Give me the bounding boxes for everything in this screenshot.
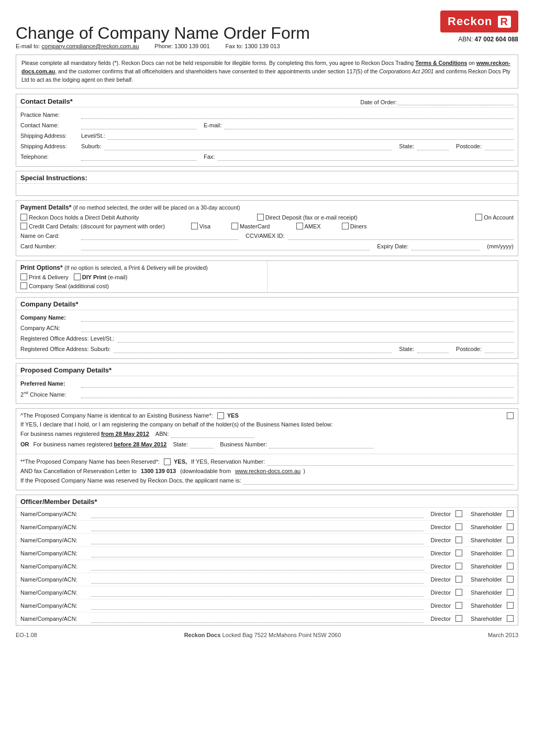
officer-name-input[interactable] [92,523,424,531]
officer-shareholder-checkbox[interactable] [507,589,514,596]
or-label: OR [20,441,29,447]
officer-director-checkbox[interactable] [455,523,462,530]
fax-input[interactable] [218,152,514,161]
postcode-input[interactable] [485,142,514,150]
credit-card-checkbox[interactable]: Credit Card Details: (discount for payme… [20,223,165,229]
officer-shareholder-label: Shareholder [471,576,502,583]
name-on-card-input[interactable] [81,232,238,240]
officer-name-label: Name/Company/ACN: [20,511,88,517]
contact-name-input[interactable] [81,121,196,129]
officer-director-label: Director [431,563,451,569]
choice2-name-input[interactable] [81,390,514,398]
direct-debit-checkbox[interactable]: Reckon Docs holds a Direct Debit Authori… [20,214,139,221]
officer-shareholder-label: Shareholder [471,550,502,556]
officer-details-title: Officer/Member Details* [20,498,97,506]
diy-print-checkbox[interactable]: DIY Print (e-mail) [74,273,128,280]
card-number-input[interactable] [81,242,370,250]
biz-number-input[interactable] [269,440,374,448]
officer-shareholder-checkbox[interactable] [507,602,514,609]
officer-director-checkbox[interactable] [455,576,462,583]
shipping-level-input[interactable] [108,132,514,140]
email-input[interactable] [225,121,514,129]
officer-name-input[interactable] [92,536,424,544]
footer-left: EO-1.08 [16,632,37,638]
print-delivery-checkbox[interactable]: Print & Delivery [20,273,69,280]
officer-row: Name/Company/ACN: Director Shareholder [16,586,518,599]
checkbox-right[interactable] [507,412,514,419]
visa-checkbox[interactable]: Visa [191,223,210,229]
officer-name-input[interactable] [92,562,424,571]
email-link[interactable]: company.compliance@reckon.com.au [42,43,139,49]
yes-checkbox-reserved[interactable] [164,458,171,465]
company-seal-checkbox[interactable]: Company Seal (additional cost) [20,282,263,289]
officer-shareholder-checkbox[interactable] [507,536,514,543]
preferred-name-label: Preferred Name: [20,380,78,387]
abn-input-biz[interactable] [171,430,254,438]
diners-checkbox[interactable]: Diners [342,223,367,229]
officer-shareholder-checkbox[interactable] [507,576,514,583]
state-label: State: [399,143,414,149]
company-name-input[interactable] [81,313,514,322]
fax-label: Fax: [204,154,215,160]
abn: ABN: 47 002 604 088 [458,36,518,43]
reservation-number-input[interactable] [267,457,514,466]
officer-director-checkbox[interactable] [455,602,462,609]
state-input-biz[interactable] [190,440,214,448]
on-account-checkbox[interactable]: On Account [475,214,514,221]
officer-director-checkbox[interactable] [455,589,462,596]
card-number-label: Card Number: [20,243,78,249]
state-input[interactable] [417,142,449,150]
yes-checkbox-identical[interactable] [217,412,224,419]
and-text: AND fax Cancellation of Reservation Lett… [20,468,137,474]
officer-shareholder-checkbox[interactable] [507,523,514,530]
officer-name-input[interactable] [92,601,424,610]
mastercard-checkbox[interactable]: MasterCard [231,223,270,229]
officer-name-input[interactable] [92,615,424,623]
officer-shareholder-checkbox[interactable] [507,550,514,556]
reg-office-level-label: Registered Office Address: Level/St.: [20,335,115,342]
practice-name-input[interactable] [81,111,514,119]
shipping-address-label: Shipping Address: [20,133,78,139]
officer-director-checkbox[interactable] [455,563,462,569]
special-instructions-section: Special Instructions: [16,171,518,196]
officer-director-label: Director [431,589,451,596]
company-acn-label: Company ACN: [20,325,78,331]
officer-director-checkbox[interactable] [455,550,462,556]
logo-r: R [498,16,511,28]
officer-shareholder-checkbox[interactable] [507,615,514,622]
suburb-input[interactable] [105,142,392,150]
from-text: For business names registered from 28 Ma… [20,431,149,437]
officer-name-input[interactable] [92,510,424,518]
officer-row: Name/Company/ACN: Director Shareholder [16,612,518,625]
ccv-input[interactable] [288,232,514,240]
preferred-name-input[interactable] [81,379,514,388]
reg-office-level-input[interactable] [118,334,514,343]
officer-name-input[interactable] [92,549,424,557]
officer-shareholder-checkbox[interactable] [507,563,514,569]
officer-director-checkbox[interactable] [455,536,462,543]
reservation-url[interactable]: www.reckon-docs.com.au [235,468,301,474]
officer-shareholder-label: Shareholder [471,524,502,530]
expiry-input[interactable] [411,242,480,250]
officer-name-input[interactable] [92,575,424,584]
reg-state-label: State: [399,346,414,352]
state-label-biz: State: [173,441,188,447]
officer-director-checkbox[interactable] [455,615,462,622]
reg-state-input[interactable] [417,345,449,353]
officer-director-checkbox[interactable] [455,510,462,517]
amex-checkbox[interactable]: AMEX [296,223,321,229]
proposed-details-title: Proposed Company Details* [20,366,112,374]
reg-postcode-input[interactable] [485,345,514,353]
officer-shareholder-checkbox[interactable] [507,510,514,517]
contact-bar: E-mail to: company.compliance@reckon.com… [16,43,518,49]
reservation-applicant-input[interactable] [243,476,514,485]
company-acn-input[interactable] [81,324,514,332]
officer-name-label: Name/Company/ACN: [20,589,88,596]
officer-name-input[interactable] [92,588,424,597]
officer-director-label: Director [431,602,451,609]
practice-name-label: Practice Name: [20,112,78,118]
reg-office-suburb-input[interactable] [114,345,392,353]
direct-deposit-checkbox[interactable]: Direct Deposit (fax or e-mail receipt) [257,214,358,221]
telephone-input[interactable] [81,152,196,161]
special-instructions-input[interactable] [16,184,518,195]
